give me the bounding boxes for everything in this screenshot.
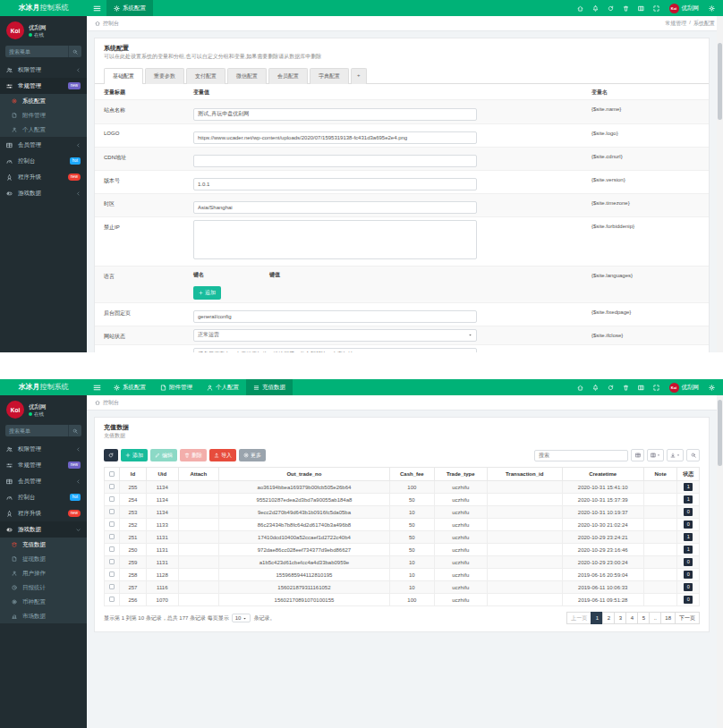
status-badge[interactable]: 0 (684, 583, 693, 591)
view-download-button[interactable] (667, 449, 684, 461)
view-search-button[interactable] (686, 449, 700, 461)
append-language-button[interactable]: 追加 (193, 286, 221, 300)
page-size-select[interactable]: 10 (232, 614, 251, 622)
user-menu[interactable]: Koi 优刮网 (664, 383, 705, 393)
table-search-input[interactable] (534, 450, 628, 461)
sidebar-item-币种配置[interactable]: 币种配置 (0, 595, 87, 609)
columns-button[interactable] (634, 5, 649, 12)
row-checkbox[interactable] (109, 521, 115, 527)
app-logo[interactable]: 水冰月控制系统 (0, 0, 87, 16)
row-checkbox[interactable] (109, 584, 115, 589)
trash-button[interactable] (618, 385, 634, 391)
settings-button[interactable] (704, 385, 719, 391)
view-table-button[interactable] (631, 449, 644, 461)
page-..[interactable]: .. (649, 612, 661, 624)
column-header-Cash_fee[interactable]: Cash_fee (390, 468, 435, 481)
breadcrumb-item[interactable]: 控制台 (103, 399, 119, 407)
sidebar-search-input[interactable] (5, 46, 68, 57)
field-网站关闭说明[interactable]: 服务器搬家中：充值增值加倍，维护期间一并全部解决，大家加油 (193, 348, 477, 353)
settings-button[interactable] (704, 5, 719, 12)
topnav-tab-个人配置[interactable]: 个人配置 (200, 379, 246, 395)
sidebar-item-日报统计[interactable]: 日报统计 (0, 580, 87, 595)
sidebar-item-游戏数据[interactable]: 游戏数据 (0, 185, 87, 201)
sidebar-item-程序升级[interactable]: 程序升级new (0, 505, 87, 521)
home-button[interactable] (573, 5, 588, 12)
config-tab-微信配置[interactable]: 微信配置 (227, 68, 267, 84)
field-CDN地址[interactable] (193, 155, 477, 167)
view-columns-button[interactable] (647, 449, 664, 461)
config-tab-支付配置[interactable]: 支付配置 (186, 68, 225, 84)
status-badge[interactable]: 0 (684, 521, 693, 529)
breadcrumb-parent[interactable]: 常规管理 (665, 20, 686, 28)
row-checkbox[interactable] (109, 597, 115, 602)
status-badge[interactable]: 1 (684, 495, 693, 504)
sidebar-item-控制台[interactable]: 控制台hot (0, 489, 87, 505)
sidebar-search-input[interactable] (5, 425, 68, 436)
sidebar-search-button[interactable] (68, 425, 81, 436)
column-header-Uid[interactable]: Uid (146, 468, 178, 481)
scrollbar-thumb[interactable] (718, 43, 722, 120)
field-网站状态[interactable]: 正常运营 (193, 329, 477, 342)
expand-button[interactable] (649, 385, 664, 391)
field-站点名称[interactable] (193, 108, 477, 121)
scrollbar-thumb[interactable] (718, 400, 722, 466)
page-scrollbar[interactable] (717, 16, 723, 352)
refresh-button[interactable] (603, 385, 618, 391)
field-版本号[interactable] (193, 178, 477, 190)
page-2[interactable]: 2 (602, 612, 615, 624)
status-badge[interactable]: 1 (684, 533, 693, 541)
sidebar-item-控制台[interactable]: 控制台hot (0, 153, 87, 169)
app-logo[interactable]: 水冰月控制系统 (0, 379, 87, 395)
sidebar-item-系统配置[interactable]: 系统配置 (0, 94, 87, 108)
sidebar-item-用户操作[interactable]: 用户操作 (0, 566, 87, 580)
refresh-button[interactable] (104, 449, 118, 461)
sidebar-item-个人配置[interactable]: 个人配置 (0, 123, 87, 137)
config-tab-重要参数[interactable]: 重要参数 (145, 68, 184, 84)
column-header-Out_trade_no[interactable]: Out_trade_no (218, 468, 389, 481)
page-4[interactable]: 4 (625, 612, 638, 624)
status-badge[interactable]: 1 (684, 546, 693, 554)
status-badge[interactable]: 0 (684, 558, 693, 566)
trash-button[interactable] (618, 5, 634, 12)
config-tab-字典配置[interactable]: 字典配置 (310, 68, 349, 84)
topnav-tab-系统配置[interactable]: 系统配置 (106, 0, 153, 16)
plus-button[interactable]: 添加 (121, 449, 148, 461)
columns-button[interactable] (634, 385, 649, 391)
page-下一页[interactable]: 下一页 (675, 612, 700, 624)
bell-button[interactable] (588, 5, 603, 12)
breadcrumb-item[interactable]: 控制台 (103, 20, 119, 28)
refresh-button[interactable] (603, 5, 618, 12)
page-5[interactable]: 5 (637, 612, 650, 624)
sidebar-item-权限管理[interactable]: 权限管理 (0, 441, 87, 457)
sidebar-item-附件管理[interactable]: 附件管理 (0, 108, 87, 123)
page-1[interactable]: 1 (591, 612, 603, 624)
pencil-button[interactable]: 编辑 (150, 449, 177, 461)
row-checkbox[interactable] (109, 509, 115, 514)
topnav-tab-附件管理[interactable]: 附件管理 (153, 379, 200, 395)
sidebar-item-程序升级[interactable]: 程序升级new (0, 169, 87, 185)
field-时区[interactable] (193, 201, 477, 214)
row-checkbox[interactable] (109, 571, 115, 577)
row-checkbox[interactable] (109, 496, 115, 502)
upload-button[interactable]: 导入 (209, 449, 236, 461)
column-header-Createtime[interactable]: Createtime (562, 468, 643, 481)
topnav-tab-充值数据[interactable]: 充值数据 (246, 379, 293, 395)
sidebar-item-会员管理[interactable]: 会员管理 (0, 137, 87, 153)
status-badge[interactable]: 0 (684, 571, 693, 579)
column-header-Attach[interactable]: Attach (178, 468, 218, 481)
status-badge[interactable]: 0 (684, 596, 693, 604)
sidebar-toggle[interactable] (87, 379, 106, 395)
config-tab-会员配置[interactable]: 会员配置 (268, 68, 308, 84)
sidebar-item-市场数据[interactable]: 市场数据 (0, 609, 87, 623)
page-18[interactable]: 18 (660, 612, 676, 624)
expand-button[interactable] (649, 5, 664, 12)
column-header-Note[interactable]: Note (643, 468, 677, 481)
bell-button[interactable] (588, 385, 603, 391)
column-header-状态[interactable]: 状态 (677, 468, 700, 481)
sidebar-item-常规管理[interactable]: 常规管理new (0, 78, 87, 94)
sidebar-item-权限管理[interactable]: 权限管理 (0, 62, 87, 78)
select-all-checkbox[interactable] (109, 471, 115, 477)
field-禁止IP[interactable] (193, 220, 477, 259)
user-menu[interactable]: Koi 优刮网 (664, 4, 705, 13)
sidebar-item-提现数据[interactable]: 提现数据 (0, 552, 87, 566)
